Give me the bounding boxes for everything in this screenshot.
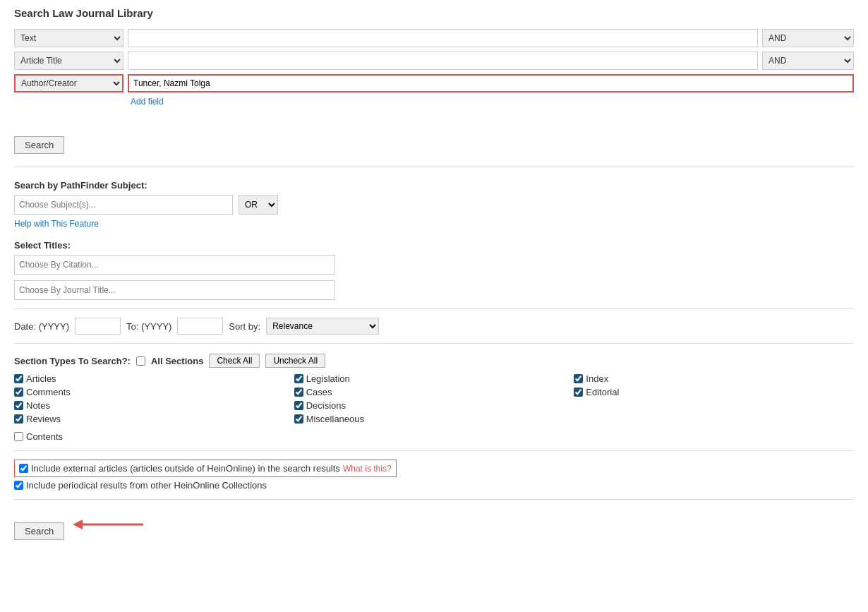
checkbox-legislation: Legislation <box>294 373 574 384</box>
date-to-input[interactable] <box>177 318 223 335</box>
what-is-this-link[interactable]: What is this? <box>343 464 392 474</box>
include-external-checkbox[interactable] <box>19 464 28 473</box>
contents-row: Contents <box>14 431 854 442</box>
date-sort-row: Date: (YYYY) To: (YYYY) Sort by: Relevan… <box>14 318 854 335</box>
all-sections-checkbox[interactable] <box>136 356 145 366</box>
notes-checkbox[interactable] <box>14 401 23 410</box>
pathfinder-label: Search by PathFinder Subject: <box>14 180 854 191</box>
checkbox-notes: Notes <box>14 400 294 411</box>
checkbox-editorial: Editorial <box>574 387 854 397</box>
index-checkbox[interactable] <box>574 374 583 383</box>
check-all-button[interactable]: Check All <box>209 354 260 368</box>
reviews-label[interactable]: Reviews <box>26 414 61 424</box>
include-periodical-label[interactable]: Include periodical results from other He… <box>26 480 267 491</box>
miscellaneous-label[interactable]: Miscellaneous <box>306 414 364 424</box>
uncheck-all-button[interactable]: Uncheck All <box>265 354 325 368</box>
date-from-input[interactable] <box>75 318 121 335</box>
decisions-checkbox[interactable] <box>294 401 303 410</box>
add-field-link[interactable]: Add field <box>14 97 854 107</box>
search-row-2: Text Article Title Author/Creator Subjec… <box>14 52 854 70</box>
comments-label[interactable]: Comments <box>26 387 71 397</box>
checkboxes-grid: Articles Comments Notes Reviews Legislat… <box>14 373 854 424</box>
search-button-bottom[interactable]: Search <box>14 522 64 540</box>
checkbox-decisions: Decisions <box>294 400 574 411</box>
page-title: Search Law Journal Library <box>14 7 854 19</box>
articles-label[interactable]: Articles <box>26 373 56 384</box>
cases-label[interactable]: Cases <box>306 387 332 397</box>
articles-checkbox[interactable] <box>14 374 23 383</box>
legislation-checkbox[interactable] <box>294 374 303 383</box>
comments-checkbox[interactable] <box>14 388 23 397</box>
to-label: To: (YYYY) <box>126 321 171 332</box>
editorial-checkbox[interactable] <box>574 388 583 397</box>
search-input-2[interactable] <box>128 52 758 70</box>
svg-marker-1 <box>73 520 83 529</box>
section-types-label: Section Types To Search?: <box>14 356 131 366</box>
pathfinder-connector[interactable]: OR AND <box>239 195 278 215</box>
checkbox-index: Index <box>574 373 854 384</box>
journal-input[interactable] <box>14 280 335 300</box>
citation-input[interactable] <box>14 255 335 275</box>
include-periodical-row: Include periodical results from other He… <box>14 480 854 491</box>
search-input-3[interactable] <box>128 74 854 92</box>
search-input-1[interactable] <box>128 29 758 47</box>
col2: Legislation Cases Decisions Miscellaneou… <box>294 373 574 424</box>
checkbox-reviews: Reviews <box>14 414 294 424</box>
arrow-indicator <box>73 516 143 533</box>
field-select-2[interactable]: Text Article Title Author/Creator Subjec… <box>14 52 123 70</box>
search-fields: Text Article Title Author/Creator Subjec… <box>14 29 854 107</box>
sort-select[interactable]: Relevance Date Asc Date Desc <box>266 318 379 335</box>
sort-label: Sort by: <box>229 321 260 332</box>
select-titles-label: Select Titles: <box>14 240 854 251</box>
include-periodical-checkbox[interactable] <box>14 481 23 490</box>
field-select-1[interactable]: Text Article Title Author/Creator Subjec… <box>14 29 123 47</box>
reviews-checkbox[interactable] <box>14 414 23 424</box>
search-row-1: Text Article Title Author/Creator Subjec… <box>14 29 854 47</box>
checkbox-cases: Cases <box>294 387 574 397</box>
decisions-label[interactable]: Decisions <box>306 400 346 411</box>
bottom-search-row: Search <box>14 508 854 540</box>
checkbox-articles: Articles <box>14 373 294 384</box>
field-select-3[interactable]: Text Article Title Author/Creator Subjec… <box>14 74 123 92</box>
connector-select-2[interactable]: AND OR NOT <box>762 52 854 70</box>
help-link[interactable]: Help with This Feature <box>14 219 99 229</box>
section-types-row: Section Types To Search?: All Sections C… <box>14 354 854 368</box>
legislation-label[interactable]: Legislation <box>306 373 350 384</box>
cases-checkbox[interactable] <box>294 388 303 397</box>
contents-checkbox[interactable] <box>14 432 23 441</box>
editorial-label[interactable]: Editorial <box>586 387 619 397</box>
all-sections-label[interactable]: All Sections <box>151 356 203 366</box>
pathfinder-input[interactable] <box>14 195 233 215</box>
date-label: Date: (YYYY) <box>14 321 69 332</box>
checkbox-miscellaneous: Miscellaneous <box>294 414 574 424</box>
pathfinder-row: OR AND <box>14 195 854 215</box>
index-label[interactable]: Index <box>586 373 608 384</box>
contents-label[interactable]: Contents <box>26 431 63 442</box>
col1: Articles Comments Notes Reviews <box>14 373 294 424</box>
include-external-label[interactable]: Include external articles (articles outs… <box>31 463 340 474</box>
search-row-3: Text Article Title Author/Creator Subjec… <box>14 74 854 92</box>
notes-label[interactable]: Notes <box>26 400 50 411</box>
search-button-top[interactable]: Search <box>14 136 64 154</box>
checkbox-comments: Comments <box>14 387 294 397</box>
miscellaneous-checkbox[interactable] <box>294 414 303 424</box>
connector-select-1[interactable]: AND OR NOT <box>762 29 854 47</box>
include-external-row: Include external articles (articles outs… <box>14 460 397 477</box>
col3: Index Editorial <box>574 373 854 424</box>
